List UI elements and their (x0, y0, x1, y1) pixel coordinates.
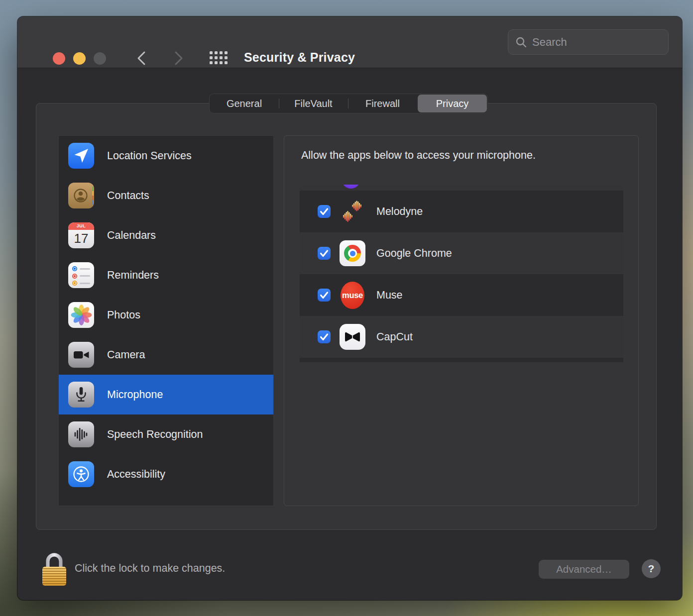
tab-bar: General FileVault Firewall Privacy (209, 94, 488, 113)
sidebar-item-location-services[interactable]: Location Services (59, 136, 273, 176)
help-button[interactable]: ? (642, 559, 661, 578)
camera-icon (68, 342, 94, 368)
list-top-strip (300, 185, 623, 191)
capcut-checkbox[interactable] (318, 330, 331, 343)
contacts-icon (68, 183, 94, 208)
tab-firewall[interactable]: Firewall (348, 94, 417, 113)
app-row-google-chrome[interactable]: Google Chrome (300, 232, 623, 274)
tab-privacy[interactable]: Privacy (418, 95, 487, 112)
app-permission-list: Melodyne Google Chrome muse (300, 185, 623, 362)
sidebar-item-calendars[interactable]: JUL 17 Calendars (59, 215, 273, 255)
search-input[interactable] (532, 36, 647, 49)
app-row-muse[interactable]: muse Muse (300, 274, 623, 316)
melodyne-checkbox[interactable] (318, 205, 331, 218)
sidebar-item-label: Camera (107, 349, 145, 361)
muse-icon: muse (340, 282, 365, 308)
sidebar-item-label: Calendars (107, 229, 156, 242)
calendar-month: JUL (68, 222, 94, 230)
speech-recognition-icon (68, 421, 94, 447)
google-chrome-checkbox[interactable] (318, 247, 331, 260)
microphone-permissions-panel: Allow the apps below to access your micr… (284, 135, 639, 506)
title-bar: Security & Privacy (17, 16, 682, 68)
traffic-lights (53, 52, 106, 65)
app-row-capcut[interactable]: CapCut (300, 316, 623, 358)
sidebar-item-contacts[interactable]: Contacts (59, 176, 273, 215)
app-name: Muse (376, 289, 403, 302)
sidebar-item-photos[interactable]: Photos (59, 295, 273, 335)
tab-general[interactable]: General (210, 94, 279, 113)
app-row-melodyne[interactable]: Melodyne (300, 191, 623, 232)
muse-logo-text: muse (342, 291, 363, 300)
lock-icon[interactable] (42, 553, 66, 586)
app-name: CapCut (376, 331, 413, 343)
melodyne-icon (340, 199, 365, 224)
sidebar-item-label: Accessibility (107, 468, 165, 481)
capcut-icon (340, 324, 365, 350)
accessibility-icon (68, 461, 94, 487)
forward-button[interactable] (171, 50, 186, 66)
sidebar-item-label: Reminders (107, 269, 159, 282)
sidebar-item-reminders[interactable]: Reminders (59, 255, 273, 295)
calendars-icon: JUL 17 (68, 222, 94, 248)
microphone-icon (68, 382, 94, 408)
sidebar-item-camera[interactable]: Camera (59, 335, 273, 375)
sidebar-item-label: Location Services (107, 150, 192, 162)
sidebar-item-label: Microphone (107, 389, 163, 401)
lock-hint-text: Click the lock to make changes. (75, 562, 225, 575)
google-chrome-icon (340, 240, 365, 266)
tab-filevault[interactable]: FileVault (279, 94, 348, 113)
show-all-grid-icon[interactable] (210, 51, 228, 64)
calendar-day: 17 (68, 231, 94, 246)
window-title: Security & Privacy (244, 50, 355, 65)
photos-icon (68, 302, 94, 328)
sidebar-item-accessibility[interactable]: Accessibility (59, 454, 273, 494)
sidebar-item-label: Speech Recognition (107, 428, 203, 441)
security-privacy-window: Security & Privacy General FileVault Fir… (17, 16, 682, 600)
reminders-icon (68, 262, 94, 288)
sidebar-item-label: Photos (107, 309, 140, 321)
search-icon (515, 36, 527, 48)
privacy-category-sidebar: Location Services Contacts JUL 17 Calend… (58, 135, 274, 506)
close-button[interactable] (53, 52, 65, 65)
search-field[interactable] (508, 29, 669, 55)
advanced-button[interactable]: Advanced… (539, 560, 629, 579)
scrolled-app-icon-partial (342, 185, 360, 189)
minimize-button[interactable] (73, 52, 86, 65)
app-name: Melodyne (376, 205, 423, 218)
location-services-icon (68, 143, 94, 169)
back-button[interactable] (134, 50, 149, 66)
app-name: Google Chrome (376, 247, 452, 260)
list-bottom-strip (300, 358, 623, 362)
sidebar-item-microphone[interactable]: Microphone (59, 375, 273, 414)
sidebar-item-label: Contacts (107, 190, 149, 202)
panel-header-text: Allow the apps below to access your micr… (301, 149, 536, 162)
zoom-button[interactable] (94, 52, 106, 65)
sidebar-item-speech-recognition[interactable]: Speech Recognition (59, 414, 273, 454)
muse-checkbox[interactable] (318, 289, 331, 302)
